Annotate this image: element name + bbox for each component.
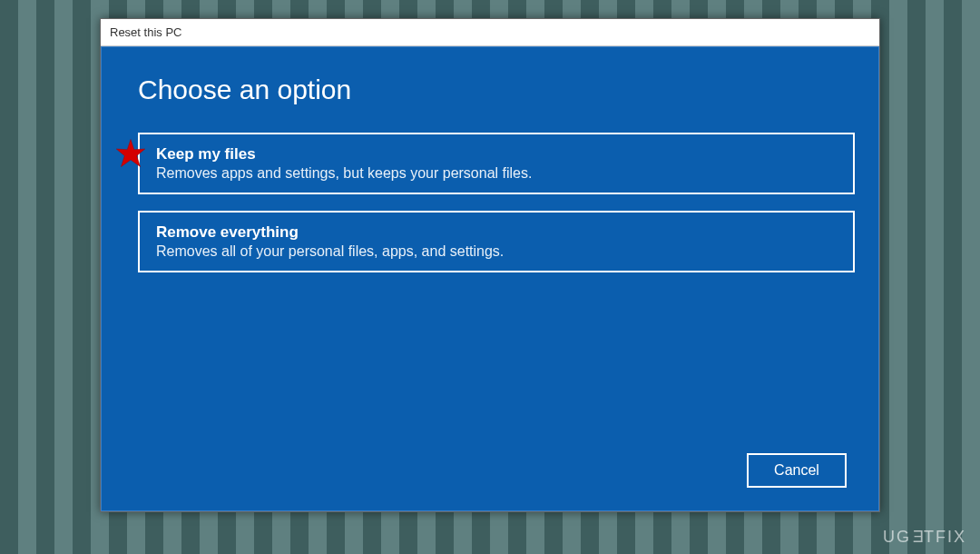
remove-everything-option[interactable]: Remove everything Removes all of your pe… xyxy=(138,211,855,272)
option-description: Removes apps and settings, but keeps you… xyxy=(156,165,837,182)
option-title: Remove everything xyxy=(156,223,837,242)
option-title: Keep my files xyxy=(156,145,837,163)
reset-pc-dialog: Reset this PC Choose an option Keep my f… xyxy=(100,18,880,512)
option-description: Removes all of your personal files, apps… xyxy=(156,243,837,260)
watermark: UGETFIX xyxy=(883,528,966,547)
dialog-heading: Choose an option xyxy=(138,74,847,105)
window-title: Reset this PC xyxy=(110,25,181,39)
keep-my-files-option[interactable]: Keep my files Removes apps and settings,… xyxy=(138,133,855,194)
title-bar: Reset this PC xyxy=(101,19,879,46)
dialog-body: Choose an option Keep my files Removes a… xyxy=(101,46,879,511)
cancel-button[interactable]: Cancel xyxy=(747,453,847,488)
